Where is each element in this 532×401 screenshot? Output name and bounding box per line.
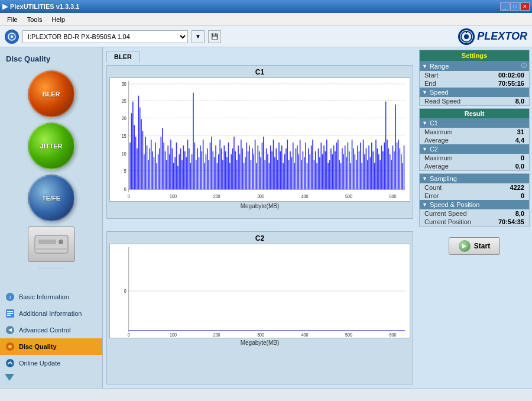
- svg-rect-126: [246, 143, 248, 189]
- svg-rect-177: [318, 148, 319, 189]
- svg-rect-8: [36, 248, 67, 250]
- sidebar-item-advanced[interactable]: Advanced Control: [0, 322, 102, 338]
- svg-rect-199: [349, 151, 350, 189]
- svg-rect-172: [311, 145, 312, 189]
- svg-rect-230: [392, 145, 394, 189]
- svg-rect-46: [134, 125, 135, 189]
- sidebar-item-basic[interactable]: i Basic Information: [0, 289, 102, 305]
- speed-collapse[interactable]: ▼: [422, 89, 427, 95]
- svg-rect-95: [203, 140, 204, 189]
- svg-rect-124: [244, 163, 245, 190]
- advanced-control-icon: [5, 325, 15, 335]
- svg-rect-75: [174, 157, 176, 189]
- svg-rect-94: [201, 151, 202, 189]
- svg-rect-150: [280, 151, 281, 189]
- range-end-row: End 70:55:16: [420, 79, 529, 88]
- svg-rect-118: [235, 151, 236, 189]
- svg-text:100: 100: [170, 193, 177, 199]
- svg-rect-136: [260, 157, 261, 189]
- expand-button[interactable]: [0, 371, 102, 383]
- svg-rect-49: [138, 96, 140, 189]
- c1-result-collapse[interactable]: ▼: [422, 120, 427, 126]
- sidebar-title: Disc Quality: [0, 52, 102, 68]
- svg-rect-52: [142, 131, 144, 189]
- basic-info-icon: i: [5, 292, 15, 302]
- svg-rect-12: [7, 311, 13, 312]
- svg-rect-236: [401, 154, 402, 189]
- svg-point-3: [464, 34, 469, 39]
- svg-text:25: 25: [122, 98, 126, 104]
- svg-rect-121: [239, 154, 241, 189]
- c1-title: C1: [109, 68, 410, 76]
- svg-text:0: 0: [128, 193, 130, 199]
- svg-rect-222: [381, 145, 382, 189]
- svg-text:0: 0: [128, 332, 130, 338]
- svg-rect-158: [291, 157, 293, 189]
- svg-marker-20: [5, 374, 14, 381]
- svg-rect-65: [161, 137, 162, 189]
- svg-rect-208: [361, 163, 362, 190]
- save-button[interactable]: 💾: [208, 30, 221, 43]
- svg-rect-153: [284, 154, 286, 189]
- settings-panel: Settings ▼ Range ⓘ Start 00:02:00 End 70…: [419, 50, 530, 106]
- svg-rect-93: [200, 145, 201, 189]
- svg-rect-161: [296, 148, 297, 189]
- svg-rect-170: [308, 148, 309, 189]
- speed-pos-collapse[interactable]: ▼: [422, 202, 427, 208]
- main-area: Disc Quality BLER JITTER TE/FE: [0, 47, 532, 388]
- svg-rect-119: [236, 160, 238, 190]
- svg-rect-54: [145, 137, 146, 189]
- svg-rect-154: [286, 148, 287, 189]
- toolbar: I:PLEXTOR BD-R PX-B950SA 1.04 ▼ 💾 PLEXTO…: [0, 26, 532, 47]
- sidebar-item-disc-quality[interactable]: Disc Quality: [0, 338, 102, 355]
- result-header: Result: [420, 109, 529, 118]
- tefe-button[interactable]: TE/FE: [28, 174, 75, 222]
- svg-rect-123: [242, 148, 243, 189]
- svg-rect-85: [189, 148, 190, 189]
- dropdown-button[interactable]: ▼: [192, 30, 205, 43]
- svg-rect-207: [360, 143, 361, 189]
- c2-result-collapse[interactable]: ▼: [422, 146, 427, 152]
- svg-rect-221: [379, 160, 381, 190]
- drive-button[interactable]: [28, 227, 75, 262]
- jitter-button[interactable]: JITTER: [28, 122, 75, 170]
- sidebar-item-online[interactable]: Online Update: [0, 355, 102, 371]
- svg-text:300: 300: [257, 193, 264, 199]
- c2-svg: 0 0 100 200 300 400 500 600: [110, 244, 410, 338]
- svg-rect-226: [387, 140, 388, 189]
- titlebar-controls: _ □ ✕: [500, 2, 530, 11]
- svg-rect-102: [212, 151, 213, 189]
- svg-rect-115: [231, 154, 232, 189]
- device-select[interactable]: I:PLEXTOR BD-R PX-B950SA 1.04: [22, 30, 188, 43]
- start-icon: ▶: [459, 240, 471, 252]
- svg-text:400: 400: [301, 332, 309, 338]
- svg-rect-193: [340, 163, 342, 190]
- svg-rect-68: [165, 151, 166, 189]
- svg-rect-55: [147, 145, 148, 189]
- start-button[interactable]: ▶ Start: [449, 237, 500, 255]
- sidebar-item-additional[interactable]: Additional Information: [0, 305, 102, 322]
- sampling-collapse[interactable]: ▼: [422, 176, 427, 182]
- svg-rect-192: [339, 160, 340, 190]
- help-menu[interactable]: Help: [47, 15, 70, 24]
- close-button[interactable]: ✕: [520, 2, 530, 11]
- maximize-button[interactable]: □: [510, 2, 520, 11]
- range-collapse[interactable]: ▼: [422, 63, 427, 69]
- tools-menu[interactable]: Tools: [22, 15, 47, 24]
- svg-rect-212: [367, 160, 368, 190]
- file-menu[interactable]: File: [2, 15, 22, 24]
- svg-rect-220: [378, 154, 379, 189]
- svg-rect-53: [144, 154, 145, 189]
- minimize-button[interactable]: _: [500, 2, 510, 11]
- svg-rect-163: [298, 154, 299, 189]
- svg-rect-179: [320, 143, 322, 189]
- bler-button[interactable]: BLER: [28, 70, 75, 118]
- svg-rect-228: [390, 154, 391, 189]
- tab-bler[interactable]: BLER: [106, 51, 140, 63]
- range-info-icon[interactable]: ⓘ: [521, 62, 527, 70]
- svg-rect-81: [183, 145, 184, 189]
- svg-rect-88: [193, 93, 194, 189]
- svg-rect-131: [253, 154, 254, 189]
- svg-rect-129: [251, 160, 252, 190]
- svg-text:500: 500: [345, 193, 352, 199]
